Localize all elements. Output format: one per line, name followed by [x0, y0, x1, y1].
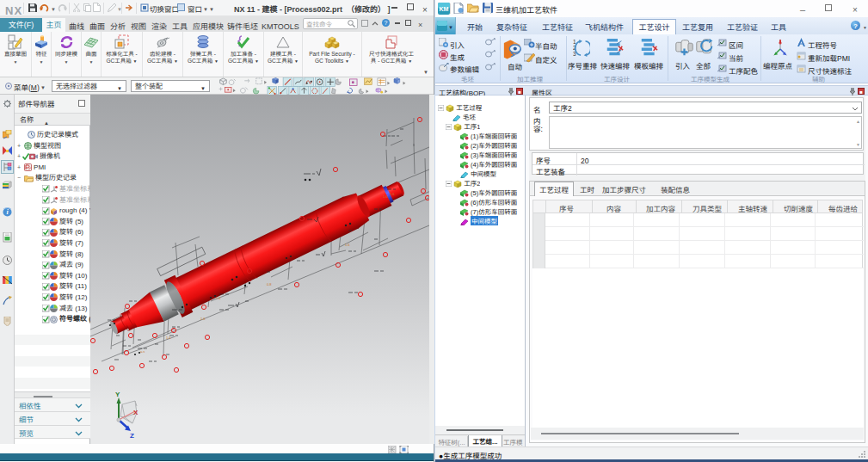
svg-text:1.6: 1.6 [166, 335, 171, 340]
svg-text:KM: KM [440, 4, 449, 13]
svg-text:1.6: 1.6 [383, 194, 388, 199]
svg-text:X: X [133, 407, 139, 416]
svg-text:1.6: 1.6 [345, 242, 350, 247]
svg-text:Y: Y [115, 389, 120, 398]
svg-text:a.s: a.s [140, 348, 145, 354]
svg-text:0.8: 0.8 [267, 281, 272, 286]
svg-text:Z: Z [130, 430, 134, 440]
svg-text:1.6: 1.6 [200, 316, 206, 321]
svg-text:1.6: 1.6 [390, 191, 395, 196]
svg-text:1.6: 1.6 [216, 295, 221, 300]
